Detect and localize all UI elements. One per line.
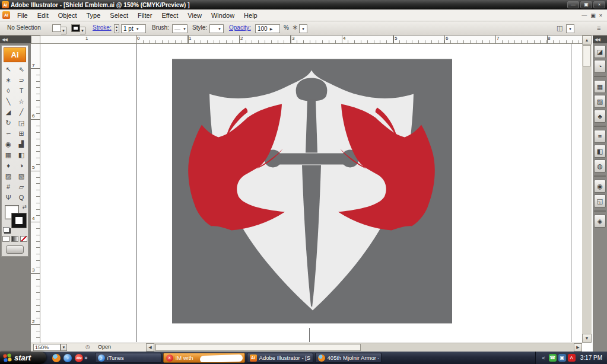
panel-brushes[interactable]: ▨ [594,95,606,108]
panel-layers[interactable]: ◈ [594,215,606,228]
select-similar-icon[interactable]: ∗ [292,23,298,31]
tool-live-paint-bucket[interactable]: ▨ [2,171,15,181]
bridge-dropdown[interactable]: ▼ [566,24,574,33]
tool-selection[interactable]: ↖ [2,64,15,75]
tool-paintbrush[interactable]: ◢ [2,107,15,117]
zoom-dropdown-icon[interactable]: ▼ [61,344,67,351]
panel-appearance[interactable]: ◉ [594,180,606,193]
tool-warp[interactable]: ∽ [2,128,15,139]
gradient-mode-button[interactable] [11,236,18,242]
vertical-ruler[interactable]: 765432 [31,44,40,343]
menu-type[interactable]: Type [82,11,106,20]
panel-swatches[interactable]: ▦ [594,80,606,93]
stroke-weight-select[interactable]: 1 pt▼ [121,24,146,33]
task-button-1[interactable]: ΛIM with [163,353,245,363]
scroll-up-icon[interactable]: ▲ [582,36,592,44]
aim-tray-icon[interactable]: Λ [568,354,576,362]
horizontal-scrollbar[interactable]: ◀ ▶ [146,343,582,352]
panel-transparency[interactable]: ◍ [594,159,606,173]
task-button-2[interactable]: AiAdobe Illustrator - [S... [247,353,313,363]
minimize-button[interactable]: — [567,1,579,8]
vertical-scroll-thumb[interactable] [583,45,591,66]
tray-collapse-icon[interactable]: < [542,355,545,361]
scroll-down-icon[interactable]: ▼ [582,334,592,343]
start-button[interactable]: start [0,352,46,364]
fill-swatch[interactable]: ▼ [52,24,66,34]
menu-file[interactable]: File [12,11,33,20]
tool-mesh[interactable]: ▦ [2,149,15,160]
toolbox-collapse-button[interactable]: ◀◀ [0,36,31,43]
close-button[interactable]: × [593,1,605,8]
shield-emblem-artwork[interactable] [172,59,452,324]
select-similar-dropdown[interactable]: ▼ [299,24,307,33]
tool-star[interactable]: ☆ [15,96,28,107]
restore-button[interactable]: ▣ [580,1,592,8]
horizontal-ruler[interactable]: 1012345678 [40,36,582,44]
status-mode-icon[interactable]: ◷ [85,344,90,350]
menu-view[interactable]: View [183,11,206,20]
doc-minimize-button[interactable]: — [581,12,587,19]
tool-blend[interactable]: ◑ [15,160,28,171]
vertical-scrollbar[interactable]: ▲ ▼ [582,36,592,343]
doc-close-button[interactable]: × [599,12,602,19]
swap-fill-stroke-icon[interactable]: ⇄ [22,204,27,210]
menu-object[interactable]: Object [53,11,82,20]
menu-window[interactable]: Window [206,11,239,20]
tool-line[interactable]: ╲ [2,96,15,107]
panel-symbols[interactable]: ♣ [594,110,606,123]
stroke-dropdown-icon[interactable]: ▼ [80,27,85,34]
panel-stroke[interactable]: ≡ [594,130,606,143]
menu-edit[interactable]: Edit [33,11,53,20]
tool-rotate[interactable]: ↻ [2,117,15,128]
menu-select[interactable]: Select [105,11,133,20]
panel-color-guide[interactable]: ◔ [594,60,606,73]
panel-menu-icon[interactable]: ≡ [597,24,600,31]
network-tray-icon[interactable]: ▣ [558,354,566,362]
style-select[interactable]: ▼ [209,24,224,33]
fill-stroke-control[interactable]: ⇄ [2,204,28,234]
panel-color[interactable]: ◪ [594,45,606,58]
scroll-left-icon[interactable]: ◀ [146,343,154,352]
tool-symbol-sprayer[interactable]: ◉ [2,139,15,149]
stroke-swatch-large[interactable] [11,213,27,228]
stroke-swatch[interactable]: ▼ [71,24,85,34]
ruler-origin-box[interactable] [31,36,40,44]
brush-select[interactable]: —▼ [172,24,187,33]
dock-collapse-button[interactable]: ◀◀ [593,36,607,43]
tool-crop-area[interactable]: # [2,181,15,192]
canvas[interactable] [40,44,582,343]
messenger-tray-icon[interactable]: ☎ [549,354,557,362]
tool-eraser[interactable]: ▱ [15,181,28,192]
doc-restore-button[interactable]: ▣ [590,12,596,19]
tool-eyedropper[interactable]: ♦ [2,160,15,171]
horizontal-scroll-thumb[interactable] [155,344,361,351]
menu-effect[interactable]: Effect [157,11,183,20]
scroll-right-icon[interactable]: ▶ [574,343,582,352]
tool-zoom[interactable]: Q [15,192,28,203]
default-fill-stroke-icon[interactable] [3,227,9,232]
menu-help[interactable]: Help [239,11,262,20]
task-button-0[interactable]: ♪iTunes [95,353,161,363]
tool-gradient[interactable]: ◧ [15,149,28,160]
color-mode-button[interactable] [2,236,9,242]
tool-free-transform[interactable]: ⊞ [15,128,28,139]
tool-pen[interactable]: ◊ [2,85,15,96]
itunes-quicklaunch-icon[interactable]: ♪ [63,354,72,362]
tool-type[interactable]: T [15,85,28,96]
zoom-level-field[interactable]: 150% [33,344,61,351]
firefox-quicklaunch-icon[interactable] [52,354,61,362]
none-mode-button[interactable] [20,236,27,242]
stroke-stepper[interactable]: ▲▼ [114,24,119,33]
tool-direct-selection[interactable]: ⇖ [15,64,28,75]
tool-pencil[interactable]: ╱ [15,107,28,117]
menu-filter[interactable]: Filter [133,11,157,20]
opacity-link[interactable]: Opacity: [229,24,251,31]
bridge-icon[interactable]: ◫ [557,24,562,32]
tool-live-paint-selection[interactable]: ▧ [15,171,28,181]
stroke-link[interactable]: Stroke: [93,24,112,31]
panel-gradient[interactable]: ◧ [594,145,606,158]
tool-graph[interactable]: ▟ [15,139,28,149]
panel-graphic-styles[interactable]: ◱ [594,194,606,207]
fill-dropdown-icon[interactable]: ▼ [61,27,66,34]
tool-lasso[interactable]: ⊃ [15,75,28,85]
